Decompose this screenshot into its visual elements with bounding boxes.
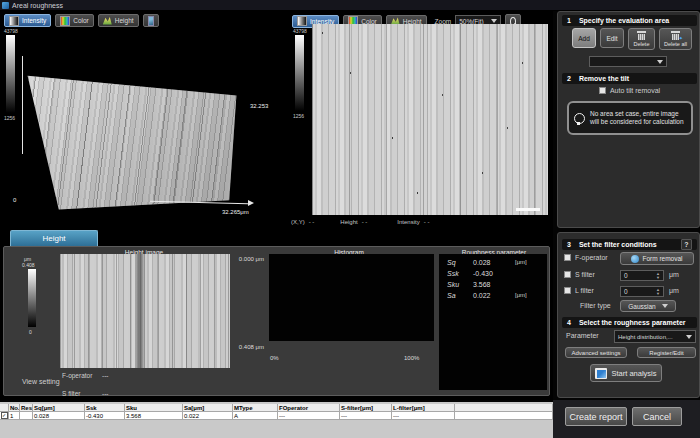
height-icon [103,17,112,25]
parameter-value: Height distribution,... [618,334,673,340]
trash-icon [637,31,646,40]
view-mode-button[interactable] [143,14,159,27]
section2-header: 2 Remove the tilt [562,73,697,84]
delete-label: Delete [634,41,650,47]
table-row[interactable]: ✓ 1 0.028 -0.430 3.568 0.022 A --- --- -… [0,412,553,420]
section1-header: 1 Specify the evaluation area [562,15,697,26]
s-filter-value: 0 [624,272,628,279]
edit-button[interactable]: Edit [600,28,624,48]
tab-height[interactable]: Height [10,230,98,246]
cancel-button[interactable]: Cancel [632,407,682,426]
row-select-checkbox[interactable]: ✓ [1,412,8,419]
intensity-button[interactable]: Intensity [4,14,51,27]
filter-type-dropdown[interactable]: Gaussian [620,300,676,312]
y-axis-label: 32.253 [250,103,268,109]
table-area: No. Result Sq[μm] Ssk Sku Sa[μm] MType F… [0,402,553,438]
parameter-dropdown[interactable]: Height distribution,... [614,330,696,343]
l-filter-checkbox[interactable] [564,287,571,294]
s-filter-unit: μm [669,271,679,278]
s-filter-input[interactable]: 0 ▲▼ [620,270,664,281]
auto-tilt-checkbox[interactable] [599,87,606,94]
advanced-settings-button[interactable]: Advanced settings [565,347,627,358]
header-mtype: MType [233,404,278,412]
colorbar [6,35,15,113]
height-status-label: Height [340,219,357,225]
delete-all-button[interactable]: ✦ Delete all [659,28,692,50]
start-analysis-button[interactable]: Start analysis [590,364,662,382]
register-edit-button[interactable]: Register/Edit [637,347,696,358]
surface-2d-image[interactable] [312,24,548,215]
color-label: Color [73,17,89,24]
view-setting-label: View setting [22,378,60,385]
section3-header: 3 Set the filter conditions ? [562,239,697,250]
intensity-status-label: Intensity [397,219,419,225]
l-filter-label: L filter [575,287,594,294]
parameter-label: Parameter [566,332,599,339]
tab-height-label: Height [42,234,65,243]
add-label: Add [578,35,590,42]
create-report-button[interactable]: Create report [565,407,627,426]
add-button[interactable]: Add [572,28,596,48]
cell-lfilter: --- [392,412,455,420]
help-button[interactable]: ? [681,239,692,250]
evaluation-panel: 1 Specify the evaluation area Add Edit D… [557,11,700,228]
height-result-panel: Height image μm 0.408 0 Histogram 0.000 … [3,246,550,396]
chevron-down-icon [686,335,692,339]
histogram-plot [269,254,434,341]
delete-button[interactable]: Delete [628,28,655,50]
spinner-icons[interactable]: ▲▼ [656,272,660,279]
filter-panel: 3 Set the filter conditions ? F-operator… [557,232,700,398]
cell-sq: 0.028 [33,412,85,420]
colorbar-max-label: 43798 [4,28,18,34]
filter-type-value: Gaussian [628,303,655,310]
histogram-ymin: 0.408 μm [218,344,264,350]
delete-all-label: Delete all [664,41,687,47]
s-filter-checkbox[interactable] [564,271,571,278]
x-axis-label: 32.265μm [222,209,249,215]
auto-tilt-row: Auto tilt removal [558,87,700,94]
section3-title: Set the filter conditions [579,241,657,248]
form-removal-button[interactable]: Form removal [620,252,694,265]
height-button[interactable]: Height [98,14,139,27]
colorbar2d-max-label: 43798 [293,28,307,34]
info-text: No area set case, entire image will be c… [590,110,686,126]
cell-sa: 0.022 [183,412,233,420]
viewer-3d: Intensity Color Height 43798 1256 32.253… [0,11,287,228]
f-operator-checkbox[interactable] [564,254,571,261]
info-box: No area set case, entire image will be c… [567,101,693,135]
app-icon [2,2,9,9]
roughness-values: Sq 0.028 [μm] Ssk -0.430 Sku 3.568 Sa 0.… [439,254,547,390]
l-filter-input[interactable]: 0 ▲▼ [620,286,664,297]
start-analysis-icon [595,368,607,379]
histogram-xmax: 100% [404,355,419,361]
lightbulb-icon [574,113,585,124]
viewer3d-toolbar: Intensity Color Height [4,14,159,27]
section2-number: 2 [567,75,571,82]
f-operator-row: F-operator [564,254,608,261]
hcolorbar-min: 0 [29,329,32,335]
color-button[interactable]: Color [55,14,94,27]
row-select-cell: ✓ [0,412,9,420]
histogram-ymax: 0.000 μm [218,256,264,262]
footer-actions: Create report Cancel [553,400,700,438]
spinner-icons[interactable]: ▲▼ [656,288,660,295]
advanced-settings-label: Advanced settings [571,350,620,356]
area-select-dropdown[interactable] [589,56,667,67]
header-ssk: Ssk [85,404,125,412]
surface-3d-view[interactable] [18,59,258,211]
table-header-row: No. Result Sq[μm] Ssk Sku Sa[μm] MType F… [0,404,553,412]
chevron-down-icon [657,60,663,64]
results-table: No. Result Sq[μm] Ssk Sku Sa[μm] MType F… [0,404,553,420]
roughness-row: Sq 0.028 [μm] [447,259,547,266]
result-area: Height Height image μm 0.408 0 Histogram… [0,228,553,400]
l-filter-unit: μm [669,287,679,294]
start-analysis-label: Start analysis [611,369,656,378]
edit-label: Edit [606,35,617,42]
header-foperator: FOperator [278,404,340,412]
section4-title: Select the roughness parameter [579,319,686,326]
height-image [60,254,230,368]
intensity-status-value: - - [424,219,430,225]
color-icon [60,16,70,26]
roughness-row: Sku 3.568 [447,281,547,288]
header-sfilter: S-filter[μm] [340,404,392,412]
